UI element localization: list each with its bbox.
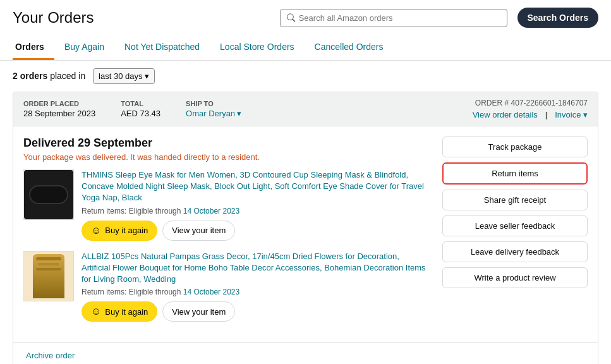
write-product-review-button[interactable]: Write a product review bbox=[442, 267, 588, 288]
invoice-link[interactable]: Invoice ▾ bbox=[555, 110, 588, 119]
filter-row: 2 orders placed in last 30 days ▾ bbox=[0, 61, 611, 92]
order-ship-to-group: SHIP TO Omar Deryan ▾ bbox=[186, 100, 241, 118]
order-actions-panel: Track package Return items Share gift re… bbox=[442, 136, 588, 332]
search-orders-button[interactable]: Search Orders bbox=[517, 8, 599, 28]
tab-cancelled-orders[interactable]: Cancelled Orders bbox=[305, 35, 394, 60]
return-date-link-2[interactable]: 14 October 2023 bbox=[183, 288, 239, 296]
page-title: Your Orders bbox=[13, 9, 94, 27]
order-number: ORDER # 407-2266601-1846707 bbox=[475, 99, 588, 107]
item-actions-1: ☺ Buy it again View your item bbox=[82, 221, 430, 241]
smiley-icon-1: ☺ bbox=[91, 225, 101, 236]
order-header-right: ORDER # 407-2266601-1846707 View order d… bbox=[473, 99, 588, 119]
order-total-value: AED 73.43 bbox=[121, 109, 160, 118]
tab-buy-again[interactable]: Buy Again bbox=[54, 35, 114, 60]
delivery-status: Delivered 29 September bbox=[23, 136, 430, 150]
item-details-2: ALLBIZ 105Pcs Natural Pampas Grass Decor… bbox=[82, 251, 430, 322]
leave-seller-feedback-button[interactable]: Leave seller feedback bbox=[442, 215, 588, 236]
item-return-1: Return items: Eligible through 14 Octobe… bbox=[82, 207, 430, 215]
tabs-nav: Orders Buy Again Not Yet Dispatched Loca… bbox=[0, 35, 611, 61]
item-return-2: Return items: Eligible through 14 Octobe… bbox=[82, 288, 430, 296]
chevron-down-icon: ▾ bbox=[145, 71, 149, 81]
return-date-link-1[interactable]: 14 October 2023 bbox=[183, 207, 239, 215]
order-header: ORDER PLACED 28 September 2023 TOTAL AED… bbox=[13, 92, 598, 126]
order-total-label: TOTAL bbox=[121, 100, 160, 107]
delivery-note-plain: Your package was delivered. bbox=[23, 152, 130, 162]
delivery-note: Your package was delivered. It was hande… bbox=[23, 152, 430, 162]
archive-row: Archive order bbox=[13, 342, 598, 364]
order-placed-label: ORDER PLACED bbox=[23, 100, 95, 107]
order-body: Delivered 29 September Your package was … bbox=[13, 126, 598, 342]
leave-delivery-feedback-button[interactable]: Leave delivery feedback bbox=[442, 241, 588, 262]
track-package-button[interactable]: Track package bbox=[442, 136, 588, 157]
order-count: 2 orders bbox=[13, 71, 47, 81]
list-item: ALLBIZ 105Pcs Natural Pampas Grass Decor… bbox=[23, 251, 430, 322]
tab-local-store-orders[interactable]: Local Store Orders bbox=[210, 35, 305, 60]
order-card: ORDER PLACED 28 September 2023 TOTAL AED… bbox=[13, 92, 598, 364]
item-details-1: THMINS Sleep Eye Mask for Men Women, 3D … bbox=[82, 169, 430, 241]
order-ship-to-label: SHIP TO bbox=[186, 100, 241, 107]
item-image-1 bbox=[23, 169, 74, 220]
share-gift-receipt-button[interactable]: Share gift receipt bbox=[442, 190, 588, 210]
order-items: Delivered 29 September Your package was … bbox=[23, 136, 430, 332]
order-placed-value: 28 September 2023 bbox=[23, 109, 95, 118]
view-item-button-2[interactable]: View your item bbox=[162, 301, 235, 322]
tab-orders[interactable]: Orders bbox=[13, 35, 54, 60]
view-item-button-1[interactable]: View your item bbox=[162, 221, 235, 241]
item-title-1[interactable]: THMINS Sleep Eye Mask for Men Women, 3D … bbox=[82, 169, 430, 204]
item-actions-2: ☺ Buy it again View your item bbox=[82, 301, 430, 322]
filter-text: placed in bbox=[50, 71, 88, 81]
list-item: THMINS Sleep Eye Mask for Men Women, 3D … bbox=[23, 169, 430, 241]
filter-dropdown-label: last 30 days bbox=[99, 71, 142, 81]
search-icon bbox=[287, 13, 295, 22]
time-filter-dropdown[interactable]: last 30 days ▾ bbox=[93, 68, 155, 84]
chevron-down-icon: ▾ bbox=[237, 109, 241, 118]
view-order-details-link[interactable]: View order details bbox=[473, 110, 538, 119]
order-placed-group: ORDER PLACED 28 September 2023 bbox=[23, 100, 95, 118]
archive-order-link[interactable]: Archive order bbox=[26, 351, 75, 360]
item-image-2 bbox=[23, 251, 74, 301]
return-items-button[interactable]: Return items bbox=[442, 162, 588, 185]
search-input[interactable] bbox=[299, 13, 500, 23]
buy-again-button-2[interactable]: ☺ Buy it again bbox=[82, 301, 157, 322]
buy-again-button-1[interactable]: ☺ Buy it again bbox=[82, 221, 157, 241]
tab-not-yet-dispatched[interactable]: Not Yet Dispatched bbox=[114, 35, 210, 60]
order-header-links: View order details | Invoice ▾ bbox=[473, 110, 588, 119]
order-ship-to-value[interactable]: Omar Deryan ▾ bbox=[186, 109, 241, 118]
order-total-group: TOTAL AED 73.43 bbox=[121, 100, 160, 118]
search-bar bbox=[280, 9, 507, 27]
item-title-2[interactable]: ALLBIZ 105Pcs Natural Pampas Grass Decor… bbox=[82, 251, 430, 286]
header: Your Orders Search Orders bbox=[0, 0, 611, 35]
smiley-icon-2: ☺ bbox=[91, 306, 101, 317]
delivery-note-highlight: It was handed directly to a resident. bbox=[130, 152, 260, 162]
